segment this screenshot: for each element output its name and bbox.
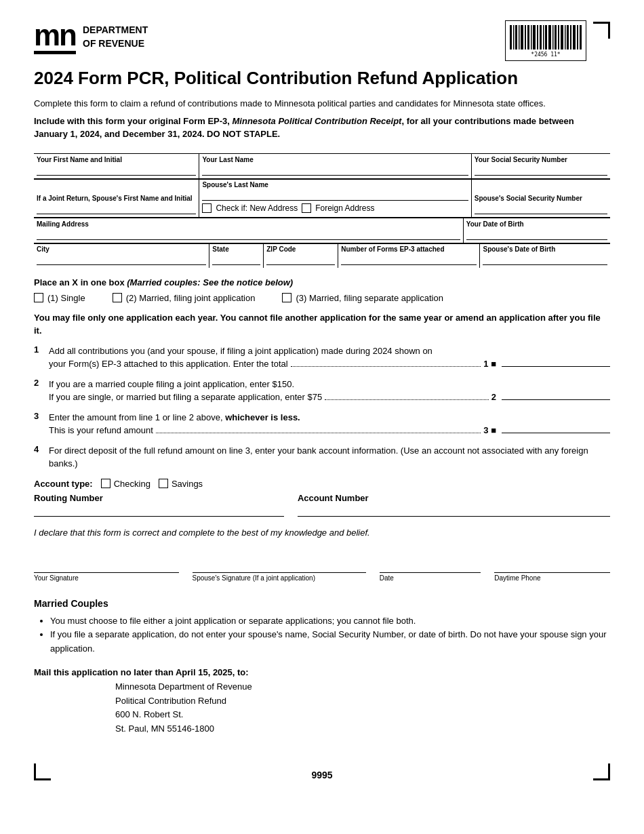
svg-text:*2456 11*: *2456 11* (531, 52, 561, 58)
item-2-content: If you are a married couple filing a joi… (49, 378, 610, 404)
item-1-answer[interactable] (502, 366, 610, 367)
svg-rect-19 (567, 25, 569, 49)
filing-label-italic: (Married couples: See the notice below) (127, 277, 293, 287)
svg-rect-8 (533, 25, 536, 49)
account-section: Account type: Checking Savings Routing N… (34, 479, 610, 517)
item-3-text2: This is your refund amount (49, 424, 153, 437)
your-sig-label: Your Signature (34, 574, 179, 582)
phone-label: Daytime Phone (494, 574, 610, 582)
svg-rect-20 (570, 25, 571, 49)
item-3-answer[interactable] (502, 433, 610, 433)
signature-section: Your Signature Spouse's Signature (If a … (34, 558, 610, 582)
single-label: (1) Single (47, 293, 85, 303)
account-type-label: Account type: (34, 479, 93, 489)
first-name-input[interactable] (37, 165, 196, 176)
dob-input[interactable] (466, 229, 607, 240)
check-new-address-row: Check if: New Address Foreign Address (202, 203, 468, 213)
item-4-num: 4 (34, 444, 49, 454)
declaration-text: I declare that this form is correct and … (34, 528, 610, 538)
svg-rect-4 (521, 25, 523, 49)
city-state-zip-row: City State ZIP Code Number of Forms EP-3… (34, 243, 610, 268)
city-label: City (37, 245, 206, 253)
svg-rect-1 (513, 25, 515, 49)
foreign-address-checkbox[interactable] (302, 203, 311, 213)
city-input[interactable] (37, 254, 206, 265)
routing-input[interactable] (34, 504, 284, 517)
spouse-dob-label: Spouse's Date of Birth (483, 245, 607, 253)
filing-options: (1) Single (2) Married, filing joint app… (34, 293, 610, 303)
ssn-input[interactable] (475, 165, 607, 176)
married-joint-label: (2) Married, filing joint application (126, 293, 256, 303)
svg-rect-17 (561, 25, 563, 49)
svg-rect-2 (515, 25, 517, 49)
savings-checkbox[interactable] (159, 479, 168, 488)
dob-label: Your Date of Birth (466, 220, 607, 228)
spouse-first-cell: If a Joint Return, Spouse's First Name a… (34, 180, 199, 217)
phone-line[interactable] (494, 558, 610, 573)
svg-rect-5 (525, 25, 526, 49)
spouse-dob-input[interactable] (483, 254, 607, 265)
svg-rect-10 (540, 25, 542, 49)
dept-line1: DEPARTMENT (83, 24, 148, 35)
state-input[interactable] (212, 254, 260, 265)
zip-input[interactable] (266, 254, 335, 265)
item-2-answer[interactable] (502, 399, 610, 400)
spouse-first-label: If a Joint Return, Spouse's First Name a… (37, 195, 196, 202)
date-line[interactable] (380, 558, 481, 573)
account-num-input[interactable] (298, 504, 610, 517)
mail-title: Mail this application no later than Apri… (34, 667, 610, 677)
account-type-row: Account type: Checking Savings (34, 479, 610, 489)
svg-rect-22 (577, 25, 578, 49)
num-ep3-input[interactable] (341, 254, 477, 265)
name-ssn-row: Your First Name and Initial Your Last Na… (34, 153, 610, 179)
married-bullet-1: You must choose to file either a joint a… (50, 614, 610, 629)
item-1-text2: your Form(s) EP-3 attached to this appli… (49, 357, 288, 371)
your-sig-line[interactable] (34, 558, 179, 573)
mailing-addr-input[interactable] (37, 229, 460, 240)
state-label: State (212, 245, 260, 253)
logo-section: mn DEPARTMENT OF REVENUE (34, 20, 148, 54)
spouse-first-input[interactable] (37, 203, 196, 214)
spouse-sig-label: Spouse's Signature (If a joint applicati… (193, 574, 366, 582)
foreign-address-label: Foreign Address (315, 203, 374, 213)
mailing-addr-cell: Mailing Address (34, 218, 464, 243)
married-couples-section: Married Couples You must choose to file … (34, 598, 610, 656)
routing-account-row: Routing Number Account Number (34, 493, 610, 517)
zip-cell: ZIP Code (264, 244, 338, 268)
married-bullet-2: If you file a separate application, do n… (50, 628, 610, 656)
item-4: 4 For direct deposit of the full refund … (34, 444, 610, 471)
barcode-area: *2456 11* (505, 20, 610, 61)
intro-receipt: Minnesota Political Contribution Receipt (233, 116, 402, 126)
item-3-text1: Enter the amount from line 1 or line 2 a… (49, 411, 610, 424)
spouse-sig-line[interactable] (193, 558, 366, 573)
mail-line-4: St. Paul, MN 55146-1800 (115, 722, 610, 736)
last-name-cell: Your Last Name (199, 154, 471, 178)
bottom-bar: 9995 (34, 757, 610, 780)
item-1-dots-row: your Form(s) EP-3 attached to this appli… (49, 357, 610, 371)
svg-rect-0 (510, 25, 512, 49)
item-3-num: 3 (34, 411, 49, 421)
mn-logo: mn (34, 20, 76, 54)
spouse-ssn-input[interactable] (475, 203, 607, 214)
savings-option: Savings (159, 479, 203, 489)
svg-rect-16 (558, 25, 559, 49)
married-separate-checkbox[interactable] (282, 293, 291, 302)
spouse-last-input[interactable] (202, 190, 468, 201)
item-2-dots-row: If you are single, or married but filing… (49, 391, 610, 404)
form-title: 2024 Form PCR, Political Contribution Re… (34, 68, 610, 89)
spouse-last-label: Spouse's Last Name (202, 181, 468, 188)
last-name-input[interactable] (202, 165, 468, 176)
dob-cell: Your Date of Birth (464, 218, 610, 243)
single-checkbox[interactable] (34, 293, 43, 302)
new-address-checkbox[interactable] (202, 203, 212, 213)
item-2-dots (325, 399, 489, 400)
checking-checkbox[interactable] (101, 479, 110, 488)
num-ep3-label: Number of Forms EP-3 attached (341, 245, 477, 253)
page-number: 9995 (311, 770, 332, 780)
married-joint-checkbox[interactable] (113, 293, 122, 302)
savings-label: Savings (172, 479, 203, 489)
corner-mark-bl (34, 763, 51, 780)
svg-rect-18 (565, 25, 566, 49)
date-block: Date (380, 558, 481, 582)
item-4-text: For direct deposit of the full refund am… (49, 444, 610, 471)
